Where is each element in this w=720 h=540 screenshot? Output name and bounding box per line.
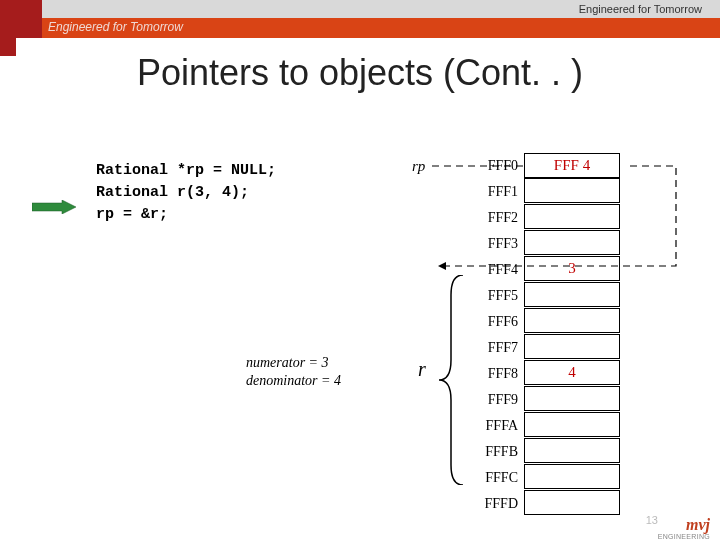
memory-address: FFF6 xyxy=(470,309,524,335)
memory-address: FFFB xyxy=(470,439,524,465)
tagline: Engineered for Tomorrow xyxy=(579,0,702,18)
code-line-1: Rational *rp = NULL; xyxy=(96,160,276,182)
footer-subtitle: ENGINEERING xyxy=(658,533,710,540)
memory-row: FFF5 xyxy=(470,283,620,309)
red-square-1 xyxy=(0,0,42,38)
memory-row: FFF84 xyxy=(470,361,620,387)
memory-cell xyxy=(524,386,620,411)
memory-row: FFF9 xyxy=(470,387,620,413)
code-line-3: rp = &r; xyxy=(96,204,276,226)
memory-address: FFF8 xyxy=(470,361,524,387)
page-title: Pointers to objects (Cont. . ) xyxy=(0,52,720,94)
footer-logo: mvj xyxy=(686,516,710,534)
denominator-label: denominator = 4 xyxy=(246,372,341,390)
memory-cell xyxy=(524,282,620,307)
memory-cell xyxy=(524,464,620,489)
memory-row: FFFB xyxy=(470,439,620,465)
memory-row: FFFC xyxy=(470,465,620,491)
memory-cell xyxy=(524,334,620,359)
memory-address: FFFA xyxy=(470,413,524,439)
memory-address: FFF9 xyxy=(470,387,524,413)
sub-tagline: Engineered for Tomorrow xyxy=(48,20,183,34)
slide-number: 13 xyxy=(646,514,658,526)
memory-row: FFFA xyxy=(470,413,620,439)
memory-address: FFF5 xyxy=(470,283,524,309)
member-labels: numerator = 3 denominator = 4 xyxy=(246,354,341,390)
numerator-label: numerator = 3 xyxy=(246,354,341,372)
memory-cell xyxy=(524,308,620,333)
memory-row: FFF6 xyxy=(470,309,620,335)
memory-cell: 4 xyxy=(524,360,620,385)
memory-cell xyxy=(524,438,620,463)
memory-row: FFFD xyxy=(470,491,620,517)
memory-address: FFFC xyxy=(470,465,524,491)
memory-address: FFF7 xyxy=(470,335,524,361)
r-label: r xyxy=(418,358,426,381)
code-line-2: Rational r(3, 4); xyxy=(96,182,276,204)
memory-cell xyxy=(524,412,620,437)
arrow-icon xyxy=(32,200,76,214)
memory-cell xyxy=(524,490,620,515)
code-block: Rational *rp = NULL; Rational r(3, 4); r… xyxy=(96,160,276,226)
pointer-dashed-line xyxy=(432,158,692,278)
memory-address: FFFD xyxy=(470,491,524,517)
memory-row: FFF7 xyxy=(470,335,620,361)
rp-label: rp xyxy=(412,158,425,175)
brace-icon xyxy=(435,275,465,485)
